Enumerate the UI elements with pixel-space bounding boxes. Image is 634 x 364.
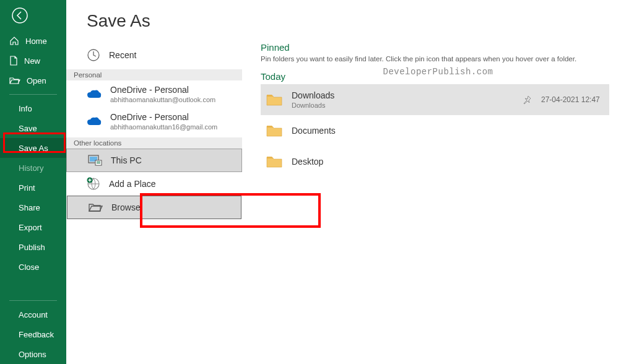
section-header-personal: Personal: [66, 69, 242, 80]
onedrive-icon: [87, 89, 102, 99]
back-button[interactable]: [9, 5, 30, 26]
svg-point-0: [12, 8, 27, 23]
nav-label: Save: [19, 124, 37, 133]
location-this-pc[interactable]: This PC: [66, 149, 242, 172]
back-arrow-icon: [12, 7, 28, 24]
nav-label: Info: [19, 104, 32, 113]
location-label: OneDrive - Personal: [110, 111, 217, 123]
nav-save-as[interactable]: Save As: [0, 138, 66, 158]
location-onedrive-2[interactable]: OneDrive - Personal abhithaomanakuttan16…: [66, 108, 242, 135]
location-add-place[interactable]: Add a Place: [66, 172, 242, 196]
nav-label: Account: [19, 310, 48, 319]
location-onedrive-1[interactable]: OneDrive - Personal abhithaomanakuttan@o…: [66, 80, 242, 108]
nav-share[interactable]: Share: [0, 197, 66, 217]
location-browse[interactable]: Browse: [67, 196, 241, 219]
nav-label: Publish: [19, 243, 45, 252]
nav-label: Feedback: [19, 330, 54, 339]
location-label: OneDrive - Personal: [110, 84, 215, 95]
new-file-icon: [9, 56, 18, 66]
nav-save[interactable]: Save: [0, 118, 66, 138]
this-pc-icon: [87, 154, 102, 167]
divider: [9, 94, 57, 95]
folder-icon: [266, 93, 283, 106]
section-header-other: Other locations: [66, 137, 242, 149]
svg-rect-6: [97, 163, 100, 163]
nav-options[interactable]: Options: [0, 344, 66, 364]
folder-documents[interactable]: Documents: [261, 115, 609, 146]
nav-close[interactable]: Close: [0, 257, 66, 277]
nav-publish[interactable]: Publish: [0, 237, 66, 257]
pinned-title: Pinned: [261, 42, 609, 53]
nav-label: Close: [19, 262, 39, 272]
location-recent[interactable]: Recent: [66, 43, 242, 67]
onedrive-icon: [87, 116, 102, 126]
page-title: Save As: [66, 11, 242, 31]
folder-name: Downloads: [292, 90, 514, 101]
folder-icon: [266, 155, 283, 168]
nav-label: History: [19, 163, 43, 173]
nav-label: Print: [19, 183, 35, 193]
pin-icon[interactable]: [523, 95, 532, 105]
folder-downloads[interactable]: Downloads Downloads 27-04-2021 12:47: [261, 84, 609, 115]
nav-open[interactable]: Open: [0, 71, 66, 90]
add-place-icon: [87, 177, 100, 191]
clock-icon: [87, 48, 100, 62]
nav-label: New: [24, 56, 40, 66]
nav-label: Home: [25, 37, 47, 46]
folder-name: Desktop: [292, 156, 609, 167]
svg-rect-5: [97, 162, 100, 162]
nav-history: History: [0, 158, 66, 178]
pinned-hint: Pin folders you want to easily find late…: [261, 55, 609, 63]
nav-account[interactable]: Account: [0, 305, 66, 324]
folders-column: Pinned Pin folders you want to easily fi…: [242, 0, 634, 364]
nav-info[interactable]: Info: [0, 98, 66, 118]
main-panel: Save As Recent Personal OneDrive - Perso…: [66, 0, 634, 364]
folder-name: Documents: [292, 125, 609, 136]
folder-desktop[interactable]: Desktop: [261, 146, 609, 177]
folder-icon: [266, 124, 283, 137]
browse-folder-icon: [88, 202, 103, 213]
nav-home[interactable]: Home: [0, 31, 66, 51]
folder-date: 27-04-2021 12:47: [541, 95, 609, 104]
nav-new[interactable]: New: [0, 51, 66, 71]
location-email: abhithaomanakuttan16@gmail.com: [110, 123, 217, 131]
folder-path: Downloads: [292, 101, 514, 110]
nav-label: Save As: [19, 144, 48, 153]
location-label: This PC: [111, 155, 142, 165]
nav-label: Share: [19, 203, 40, 212]
nav-export[interactable]: Export: [0, 217, 66, 237]
divider: [9, 300, 57, 301]
nav-print[interactable]: Print: [0, 178, 66, 197]
nav-label: Open: [27, 76, 46, 85]
backstage-sidebar: Home New Open Info Save Save As History …: [0, 0, 66, 364]
today-title: Today: [261, 71, 609, 82]
home-icon: [9, 36, 19, 46]
location-email: abhithaomanakuttan@outlook.com: [110, 95, 215, 104]
locations-column: Save As Recent Personal OneDrive - Perso…: [66, 0, 242, 364]
open-folder-icon: [9, 76, 20, 85]
location-label: Browse: [111, 202, 141, 212]
nav-label: Options: [19, 350, 46, 359]
location-label: Add a Place: [109, 179, 156, 189]
nav-feedback[interactable]: Feedback: [0, 324, 66, 344]
nav-label: Export: [19, 223, 42, 232]
location-label: Recent: [109, 50, 136, 60]
